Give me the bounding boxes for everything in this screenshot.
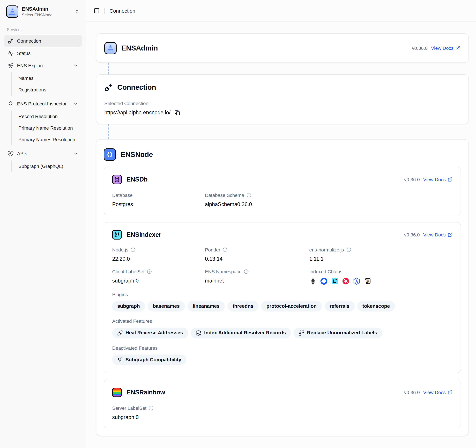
sidebar-item-names[interactable]: Names bbox=[15, 72, 82, 84]
sidebar-item-subgraph-graphql[interactable]: Subgraph (GraphQL) bbox=[15, 160, 82, 172]
ensnode-logo-icon bbox=[104, 149, 116, 161]
chevron-down-icon bbox=[73, 63, 79, 68]
info-icon[interactable] bbox=[223, 247, 227, 252]
database-plus-icon bbox=[196, 330, 201, 336]
ens-normalize-label: ens-normalize.js bbox=[309, 247, 344, 253]
sidebar-item-status[interactable]: Status bbox=[4, 47, 82, 59]
apis-sublist: Subgraph (GraphQL) bbox=[11, 160, 82, 172]
chevrons-up-down-icon bbox=[74, 9, 80, 14]
sidebar-item-primary-names-resolution[interactable]: Primary Names Resolution bbox=[15, 134, 82, 145]
feature-badge-subgraph-compatibility: Subgraph Compatibility bbox=[112, 355, 186, 365]
ensdb-card-title: ENSDb bbox=[126, 176, 147, 183]
connection-url: https://api.alpha.ensnode.io/ bbox=[104, 109, 170, 116]
sidebar-item-label: APIs bbox=[17, 151, 27, 156]
ponder-label: Ponder bbox=[205, 247, 220, 253]
activity-icon bbox=[7, 50, 14, 56]
ensdb-view-docs-link[interactable]: View Docs bbox=[423, 177, 453, 182]
sidebar-item-registrations[interactable]: Registrations bbox=[15, 84, 82, 96]
ens-namespace-label: ENS Namespace bbox=[205, 269, 242, 274]
ethereum-chain-icon bbox=[309, 277, 317, 285]
sidebar-item-label: Status bbox=[17, 51, 30, 56]
threedns-chain-icon bbox=[342, 277, 350, 285]
sidebar-item-label: Connection bbox=[17, 38, 41, 44]
app-root: ENSAdmin Select ENSNode Services Connect… bbox=[0, 0, 476, 448]
external-link-icon bbox=[448, 390, 453, 395]
ensindexer-card: ENSIndexer v0.36.0 View Docs Node. bbox=[104, 222, 461, 373]
copy-url-button[interactable] bbox=[175, 110, 180, 115]
deactivated-features-label: Deactivated Features bbox=[112, 345, 453, 351]
ensindexer-view-docs-link[interactable]: View Docs bbox=[423, 232, 453, 237]
chevron-down-icon bbox=[73, 101, 79, 106]
plugin-badge: protocol-acceleration bbox=[261, 301, 322, 312]
sidebar-nav: Connection Status ENS Explorer Names Reg… bbox=[4, 35, 82, 172]
ensadmin-logo-icon bbox=[6, 6, 18, 18]
connection-card-title: Connection bbox=[117, 83, 156, 92]
activated-features-label: Activated Features bbox=[112, 319, 453, 324]
ens-explorer-sublist: Names Registrations bbox=[11, 72, 82, 96]
external-link-icon bbox=[456, 46, 460, 51]
ensadmin-card-title: ENSAdmin bbox=[121, 44, 158, 52]
ensnode-selector-label: Select ENSNode bbox=[22, 12, 71, 17]
ensrainbow-view-docs-link[interactable]: View Docs bbox=[423, 390, 453, 395]
info-icon[interactable] bbox=[149, 406, 154, 410]
database-schema-field: Database Schema bbox=[205, 192, 309, 198]
server-labelset-label: Server LabelSet bbox=[112, 405, 147, 411]
external-link-icon bbox=[448, 232, 453, 237]
sidebar-item-connection[interactable]: Connection bbox=[4, 35, 82, 47]
app-title: ENSAdmin bbox=[22, 6, 71, 12]
plugin-badge: referrals bbox=[325, 301, 355, 312]
sidebar-item-ens-explorer[interactable]: ENS Explorer bbox=[4, 59, 82, 72]
ensdb-logo-icon bbox=[112, 175, 122, 184]
linea-chain-icon bbox=[331, 277, 339, 285]
info-icon[interactable] bbox=[244, 269, 249, 274]
ensrainbow-card: ENSRainbow v0.36.0 View Docs Server Labe… bbox=[104, 380, 461, 428]
ensnode-card: ENSNode ENSDb v0.36.0 bbox=[96, 139, 469, 436]
indexed-chains-label: Indexed Chains bbox=[309, 269, 453, 274]
sidebar-item-ens-protocol-inspector[interactable]: ENS Protocol Inspector bbox=[4, 98, 82, 110]
header-divider bbox=[104, 8, 105, 13]
page-content: ENSAdmin v0.36.0 View Docs Connection S bbox=[86, 22, 476, 436]
database-field: Database bbox=[112, 192, 205, 198]
ens-mark-icon bbox=[7, 101, 14, 107]
sidebar-item-apis[interactable]: APIs bbox=[4, 147, 82, 160]
sidebar-item-primary-name-resolution[interactable]: Primary Name Resolution bbox=[15, 122, 82, 134]
info-icon[interactable] bbox=[131, 247, 136, 252]
sidebar-item-record-resolution[interactable]: Record Resolution bbox=[15, 110, 82, 122]
graph-icon bbox=[117, 357, 123, 362]
plug-zap-icon bbox=[7, 38, 14, 44]
plugin-badge: subgraph bbox=[112, 301, 145, 312]
telescope-icon bbox=[7, 63, 14, 69]
database-label: Database bbox=[112, 192, 205, 198]
info-icon[interactable] bbox=[346, 247, 351, 252]
server-labelset-value: subgraph:0 bbox=[112, 414, 453, 420]
breadcrumb: Connection bbox=[109, 8, 135, 14]
info-icon[interactable] bbox=[147, 269, 152, 274]
ensindexer-logo-icon bbox=[112, 230, 122, 240]
ponder-value: 0.13.14 bbox=[205, 256, 309, 262]
info-icon[interactable] bbox=[247, 193, 251, 198]
nodejs-label: Node.js bbox=[112, 247, 128, 253]
plugin-badge: threedns bbox=[227, 301, 259, 312]
protocol-inspector-sublist: Record Resolution Primary Name Resolutio… bbox=[11, 110, 82, 145]
main-area: Connection ENSAdmin v0.36.0 bbox=[86, 0, 476, 448]
database-value: Postgres bbox=[112, 201, 205, 207]
ensrainbow-logo-icon bbox=[112, 388, 122, 397]
replace-icon bbox=[299, 330, 304, 336]
sidebar: ENSAdmin Select ENSNode Services Connect… bbox=[0, 0, 86, 448]
ensadmin-card-logo-icon bbox=[104, 42, 117, 54]
ensrainbow-version: v0.36.0 bbox=[404, 390, 420, 395]
ensdb-card: ENSDb v0.36.0 View Docs Database bbox=[104, 167, 461, 215]
ensrainbow-card-title: ENSRainbow bbox=[126, 389, 165, 396]
ensadmin-version: v0.36.0 bbox=[412, 45, 428, 51]
ensadmin-card: ENSAdmin v0.36.0 View Docs bbox=[96, 34, 469, 63]
chevron-down-icon bbox=[73, 151, 79, 156]
ensnode-selector[interactable]: ENSAdmin Select ENSNode bbox=[4, 4, 82, 19]
arbitrum-chain-icon bbox=[353, 277, 360, 285]
plugin-badge: lineanames bbox=[187, 301, 225, 312]
plugin-badge: tokenscope bbox=[357, 301, 395, 312]
plug-zap-icon bbox=[104, 83, 113, 92]
activated-features-row: Heal Reverse Addresses Index Additional … bbox=[112, 328, 453, 339]
ensadmin-view-docs-link[interactable]: View Docs bbox=[431, 45, 460, 51]
pill-icon bbox=[117, 330, 123, 336]
sidebar-toggle-button[interactable] bbox=[94, 8, 100, 14]
